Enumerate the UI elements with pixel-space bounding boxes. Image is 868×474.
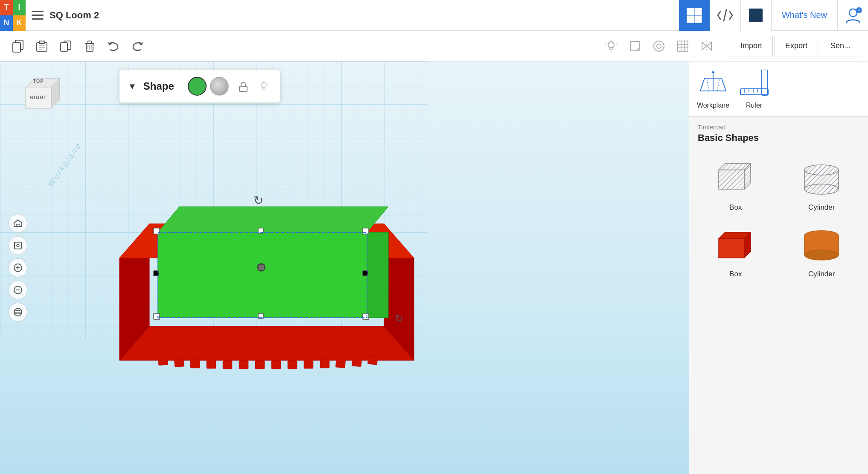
- svg-point-100: [261, 82, 266, 88]
- nav-list-icon[interactable]: [29, 0, 46, 31]
- shape-item-box-gray[interactable]: Box: [693, 150, 779, 217]
- svg-line-108: [717, 78, 719, 91]
- zoom-out-button[interactable]: [9, 281, 27, 299]
- grid-button[interactable]: [672, 35, 694, 57]
- svg-rect-1: [32, 15, 44, 16]
- svg-text:↻: ↻: [253, 194, 263, 207]
- svg-rect-54: [239, 360, 248, 369]
- redo-button[interactable]: [126, 35, 149, 57]
- nav-mode-code[interactable]: [710, 0, 740, 31]
- color-swatch-green[interactable]: [188, 77, 207, 96]
- svg-marker-129: [719, 239, 744, 258]
- svg-point-90: [17, 244, 19, 247]
- 3d-object[interactable]: ↻ ↻: [64, 113, 448, 412]
- svg-rect-117: [762, 70, 768, 95]
- svg-rect-89: [15, 242, 21, 249]
- svg-marker-69: [158, 232, 367, 318]
- fit-button[interactable]: [9, 236, 27, 255]
- svg-rect-7: [749, 9, 763, 22]
- tinkercad-logo[interactable]: T I N K: [0, 0, 26, 31]
- color-swatch-gray[interactable]: [210, 77, 229, 96]
- svg-marker-66: [158, 207, 388, 232]
- right-panel: Workplane Ruler: [689, 61, 868, 474]
- duplicate-button[interactable]: [55, 35, 77, 57]
- logo-i: I: [13, 0, 26, 15]
- bulb-icon-btn[interactable]: [256, 79, 271, 94]
- svg-text:TOP: TOP: [33, 79, 44, 84]
- svg-marker-68: [367, 232, 388, 318]
- svg-text:RIGHT: RIGHT: [30, 95, 47, 100]
- svg-marker-40: [702, 42, 706, 50]
- home-button[interactable]: [9, 214, 27, 233]
- user-btn[interactable]: +: [837, 0, 868, 31]
- svg-rect-51: [190, 360, 200, 368]
- notes-button[interactable]: [624, 35, 646, 57]
- shapes-library-header: Tinkercad: [689, 117, 868, 132]
- shape-panel-icons: [236, 79, 271, 94]
- shape-panel: ▼ Shape: [119, 70, 280, 102]
- shape-colors: [188, 77, 229, 96]
- shapes-grid: Box: [689, 150, 868, 284]
- shape-panel-arrow[interactable]: ▼: [128, 82, 137, 91]
- workplane-label: Workplane: [697, 102, 729, 109]
- svg-point-127: [804, 184, 839, 194]
- perspective-button[interactable]: [9, 303, 27, 322]
- svg-rect-99: [239, 86, 247, 91]
- svg-rect-23: [88, 41, 91, 44]
- copy-button[interactable]: [7, 35, 29, 57]
- shape-label-box-gray: Box: [729, 203, 742, 212]
- svg-rect-55: [255, 360, 265, 369]
- zoom-in-button[interactable]: [9, 258, 27, 277]
- whats-new-btn[interactable]: What's New: [771, 0, 837, 31]
- svg-point-27: [608, 42, 614, 48]
- undo-button[interactable]: [102, 35, 125, 57]
- svg-rect-3: [687, 8, 694, 15]
- svg-text:↻: ↻: [395, 313, 403, 324]
- zoom-controls: [9, 214, 27, 322]
- import-button[interactable]: Import: [730, 36, 773, 56]
- svg-rect-35: [678, 41, 688, 51]
- svg-rect-58: [304, 360, 313, 369]
- workplane-tool[interactable]: Workplane: [696, 68, 730, 109]
- top-nav: T I N K SQ Loom 2 What's New: [0, 0, 868, 31]
- measure-button[interactable]: [648, 35, 670, 57]
- logo-n: N: [0, 15, 13, 31]
- svg-rect-6: [695, 16, 702, 23]
- ruler-tool[interactable]: Ruler: [737, 68, 771, 109]
- svg-point-33: [654, 41, 664, 51]
- logo-k: K: [13, 15, 26, 31]
- shape-panel-title: Shape: [143, 80, 174, 92]
- svg-rect-61: [352, 357, 362, 367]
- svg-rect-56: [271, 360, 281, 369]
- shape-label-cylinder-gray: Cylinder: [808, 203, 835, 212]
- workplane-icon: [696, 68, 730, 98]
- shape-label-box-red: Box: [729, 270, 742, 278]
- delete-button[interactable]: [79, 35, 101, 57]
- mirror-button[interactable]: [696, 35, 718, 57]
- viewport[interactable]: Workplane: [0, 61, 689, 474]
- svg-marker-120: [719, 170, 744, 189]
- svg-point-34: [657, 44, 661, 48]
- shape-item-cylinder-gray[interactable]: Cylinder: [779, 150, 865, 217]
- svg-rect-60: [335, 359, 346, 368]
- right-panel-tools: Workplane Ruler: [689, 61, 868, 117]
- send-button[interactable]: Sen...: [820, 36, 861, 56]
- svg-rect-52: [207, 360, 216, 369]
- project-title[interactable]: SQ Loom 2: [50, 10, 99, 21]
- nav-mode-sim[interactable]: [740, 0, 771, 31]
- lock-icon-btn[interactable]: [236, 79, 251, 94]
- svg-point-8: [849, 9, 857, 17]
- light-button[interactable]: [600, 35, 622, 57]
- shape-item-cylinder-orange[interactable]: Cylinder: [779, 217, 865, 284]
- toolbar: Import Export Sen...: [0, 31, 868, 61]
- svg-rect-2: [32, 18, 44, 20]
- view-cube[interactable]: TOP RIGHT: [17, 70, 64, 117]
- export-button[interactable]: Export: [775, 36, 818, 56]
- shape-item-box-red[interactable]: Box: [693, 217, 779, 284]
- shape-label-cylinder-orange: Cylinder: [808, 270, 835, 278]
- svg-line-107: [707, 78, 709, 91]
- svg-marker-110: [711, 70, 715, 73]
- svg-rect-71: [363, 228, 369, 234]
- paste-button[interactable]: [31, 35, 53, 57]
- nav-mode-3d[interactable]: [679, 0, 710, 31]
